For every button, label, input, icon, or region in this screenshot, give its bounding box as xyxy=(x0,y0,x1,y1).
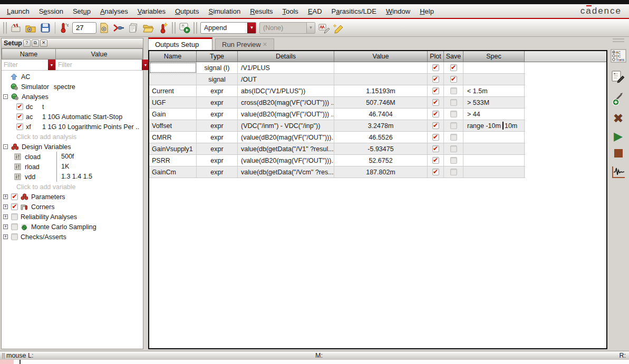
tree-item-corners[interactable]: +Corners xyxy=(2,202,143,212)
cell-plot[interactable] xyxy=(428,85,444,96)
cell-name[interactable]: UGF xyxy=(149,97,197,108)
column-header-details[interactable]: Details xyxy=(238,51,334,62)
save-checkbox[interactable] xyxy=(450,111,457,117)
cell-save[interactable] xyxy=(444,143,463,154)
cell-save[interactable] xyxy=(444,166,463,178)
cell-value[interactable] xyxy=(334,74,428,85)
cell-name[interactable]: PSRR xyxy=(149,155,197,166)
stop-simulation-icon[interactable] xyxy=(614,149,623,158)
cell-plot[interactable] xyxy=(428,109,444,120)
tree-item-checks-asserts[interactable]: +Checks/Asserts xyxy=(2,232,143,242)
tree-checkbox[interactable] xyxy=(11,213,18,220)
plot-outputs-icon[interactable] xyxy=(611,165,626,180)
expander-minus-icon[interactable]: - xyxy=(3,94,8,99)
cell-save[interactable] xyxy=(444,97,463,108)
cell-type[interactable]: expr xyxy=(197,109,238,120)
tree-item-dc[interactable]: dct xyxy=(2,102,143,112)
close-tab-icon[interactable]: ✕ xyxy=(263,41,267,48)
menu-launch[interactable]: Launch xyxy=(2,6,34,17)
cell-name[interactable]: Voffset xyxy=(149,120,197,131)
save-checkbox[interactable] xyxy=(450,76,457,83)
help-button[interactable]: ? xyxy=(23,40,31,47)
name-filter-input[interactable] xyxy=(2,60,48,70)
menu-window[interactable]: Window xyxy=(381,6,415,17)
plot-checkbox[interactable] xyxy=(432,76,439,83)
cell-spec[interactable] xyxy=(463,155,525,166)
plot-checkbox[interactable] xyxy=(432,111,439,117)
expander-plus-icon[interactable]: + xyxy=(3,234,8,239)
float-panel-button[interactable]: ⧉ xyxy=(32,40,39,47)
tree-item-xf[interactable]: xf1 1G 10 Logarithmic Points Per .. xyxy=(2,122,143,132)
cell-save[interactable] xyxy=(444,132,463,143)
tree-item-rload[interactable]: rload1K xyxy=(2,162,143,172)
cell-spec[interactable] xyxy=(463,166,525,178)
cell-details[interactable]: (VDC("/inm") - VDC("/inp")) xyxy=(238,120,334,131)
cell-details[interactable]: abs(IDC("/V1/PLUS")) xyxy=(238,85,334,96)
cell-spec[interactable]: > 533M xyxy=(463,97,525,108)
cell-value[interactable]: 52.6752 xyxy=(334,155,428,166)
cell-name[interactable] xyxy=(149,74,197,85)
cell-plot[interactable] xyxy=(428,132,444,143)
cell-type[interactable]: expr xyxy=(197,155,238,166)
cell-spec[interactable] xyxy=(463,132,525,143)
tree-checkbox[interactable] xyxy=(11,193,18,200)
toolstrip-grip[interactable] xyxy=(613,38,624,42)
cell-type[interactable]: signal (I) xyxy=(197,62,238,73)
menu-outputs[interactable]: Outputs xyxy=(170,6,204,17)
cell-name[interactable]: CMRR xyxy=(149,132,197,143)
cell-details[interactable]: (value(dB20(mag(VF("/OUT")))... xyxy=(238,155,334,166)
cell-details[interactable]: value(dB20(mag(VF("/OUT"))) ... xyxy=(238,109,334,120)
plot-checkbox[interactable] xyxy=(432,99,439,106)
cell-save[interactable] xyxy=(444,85,463,96)
expander-plus-icon[interactable]: + xyxy=(3,194,8,199)
cell-type[interactable]: expr xyxy=(197,143,238,154)
expander-minus-icon[interactable]: - xyxy=(3,144,8,149)
menu-help[interactable]: Help xyxy=(415,6,439,17)
cell-value[interactable] xyxy=(334,62,428,73)
cell-details[interactable]: value(db(getData("/Vcm" ?res... xyxy=(238,166,334,178)
tree-item-design-variables[interactable]: -Design Variables xyxy=(2,142,143,152)
new-temperature-icon[interactable] xyxy=(156,21,170,35)
cell-value[interactable]: 46.7404 xyxy=(334,109,428,120)
output-row-signal-1[interactable]: signal/OUT xyxy=(149,74,525,85)
menu-setup[interactable]: Setup xyxy=(68,6,95,17)
plot-checkbox[interactable] xyxy=(432,145,439,152)
cell-plot[interactable] xyxy=(428,155,444,166)
edit-outputs-icon[interactable] xyxy=(611,70,626,84)
doc-settings-icon[interactable] xyxy=(97,21,111,35)
output-row-gaincm[interactable]: GainCmexprvalue(db(getData("/Vcm" ?res..… xyxy=(149,166,525,178)
column-header-value[interactable]: Value xyxy=(334,51,428,62)
cell-save[interactable] xyxy=(444,74,463,85)
column-header-spec[interactable]: Spec xyxy=(463,51,525,62)
filter-dropdown-icon[interactable]: ▼ xyxy=(48,60,55,70)
menu-parasitics-lde[interactable]: Parasitics/LDE xyxy=(327,6,381,17)
tree-item-monte-carlo-sampling[interactable]: +Monte Carlo Sampling xyxy=(2,222,143,232)
output-row-cmrr[interactable]: CMRRexpr(value(dB20(mag(VF("/OUT")))...4… xyxy=(149,132,525,143)
cell-plot[interactable] xyxy=(428,97,444,108)
tree-checkbox[interactable] xyxy=(16,113,23,120)
plot-checkbox[interactable] xyxy=(432,157,439,164)
probe-disconnect-icon[interactable] xyxy=(112,21,125,35)
column-header-name[interactable]: Name xyxy=(2,48,56,60)
expander-plus-icon[interactable]: + xyxy=(3,224,8,229)
cell-type[interactable]: expr xyxy=(197,166,238,178)
plot-checkbox[interactable] xyxy=(432,122,439,129)
save-checkbox[interactable] xyxy=(450,87,457,94)
column-header-type[interactable]: Type xyxy=(197,51,238,62)
setup-panel-titlebar[interactable]: Setup ? ⧉ ✕ xyxy=(2,38,143,48)
plot-checkbox[interactable] xyxy=(432,64,439,71)
tree-item-click-to-add-variable[interactable]: Click to add variable xyxy=(2,182,143,192)
delete-icon[interactable]: ✖ xyxy=(613,113,623,124)
waveform-setup-icon[interactable] xyxy=(317,21,331,35)
menu-session[interactable]: Session xyxy=(34,6,68,17)
edit-expression-icon[interactable] xyxy=(332,21,346,35)
cell-type[interactable]: signal xyxy=(197,74,238,85)
cell-name[interactable] xyxy=(149,62,197,73)
tree-checkbox[interactable] xyxy=(16,123,23,130)
tree-checkbox[interactable] xyxy=(11,233,18,240)
save-checkbox[interactable] xyxy=(450,169,457,175)
cell-details[interactable]: (value(dB20(mag(VF("/OUT")))... xyxy=(238,132,334,143)
cell-value[interactable]: 1.15193m xyxy=(334,85,428,96)
column-header-name[interactable]: Name xyxy=(149,51,197,62)
output-row-gainvsupply1[interactable]: GainVsupply1exprvalue(db(getData("/V1" ?… xyxy=(149,143,525,155)
